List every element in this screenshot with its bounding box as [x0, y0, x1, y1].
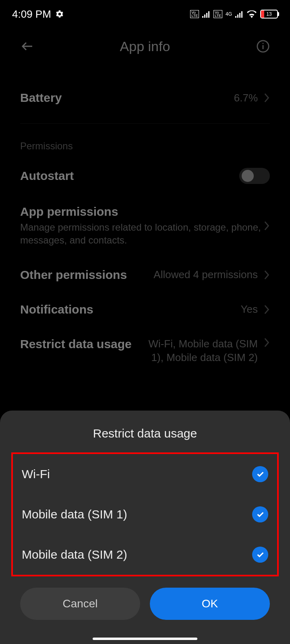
restrict-data-label: Restrict data usage — [20, 337, 145, 351]
svg-rect-2 — [206, 13, 207, 18]
autostart-toggle[interactable] — [239, 168, 270, 184]
wifi-label: Wi-Fi — [22, 467, 50, 481]
restrict-data-sheet: Restrict data usage Wi-Fi Mobile data (S… — [0, 411, 290, 644]
cancel-button[interactable]: Cancel — [20, 588, 140, 620]
highlight-annotation: Wi-Fi Mobile data (SIM 1) Mobile data (S… — [11, 452, 279, 576]
network-label: 4G — [226, 12, 232, 16]
gear-icon — [55, 10, 64, 19]
row-autostart[interactable]: Autostart — [20, 157, 270, 194]
app-permissions-label: App permissions — [20, 205, 263, 219]
notifications-label: Notifications — [20, 303, 241, 316]
signal-icon — [202, 10, 210, 18]
status-time: 4:09 PM — [12, 8, 51, 21]
row-app-permissions[interactable]: App permissions Manage permissions relat… — [20, 194, 270, 258]
section-permissions: Permissions — [20, 132, 270, 157]
option-sim1[interactable]: Mobile data (SIM 1) — [17, 494, 273, 535]
chevron-right-icon — [263, 270, 270, 280]
app-bar: App info — [0, 28, 290, 64]
svg-rect-5 — [237, 14, 238, 18]
wifi-icon — [246, 10, 257, 18]
row-battery[interactable]: Battery 6.7% — [20, 80, 270, 115]
option-wifi[interactable]: Wi-Fi — [17, 454, 273, 494]
sim1-label: Mobile data (SIM 1) — [22, 508, 127, 521]
page-title: App info — [20, 39, 270, 54]
svg-rect-6 — [239, 13, 240, 18]
other-permissions-label: Other permissions — [20, 268, 153, 282]
info-icon[interactable] — [256, 39, 270, 53]
battery-icon: 13 — [260, 10, 278, 19]
row-notifications[interactable]: Notifications Yes — [20, 292, 270, 327]
chevron-right-icon — [263, 93, 270, 103]
chevron-right-icon — [263, 221, 270, 231]
check-icon[interactable] — [252, 466, 268, 482]
svg-point-10 — [263, 43, 264, 44]
app-permissions-sub: Manage permissions related to location, … — [20, 221, 263, 247]
svg-rect-0 — [202, 16, 203, 18]
other-permissions-value: Allowed 4 permissions — [153, 268, 258, 281]
svg-rect-3 — [208, 11, 209, 18]
signal2-icon — [235, 10, 243, 18]
volte2-icon: VoLTE — [213, 10, 222, 18]
sim2-label: Mobile data (SIM 2) — [22, 548, 127, 561]
ok-button[interactable]: OK — [150, 588, 270, 620]
chevron-right-icon — [263, 304, 270, 315]
check-icon[interactable] — [252, 547, 268, 563]
volte-icon: VoLTE — [190, 10, 199, 18]
home-indicator[interactable] — [93, 638, 197, 640]
check-icon[interactable] — [252, 506, 268, 522]
svg-rect-7 — [241, 11, 242, 18]
settings-list: Battery 6.7% Permissions Autostart App p… — [0, 64, 290, 375]
battery-label: Battery — [20, 91, 234, 105]
notifications-value: Yes — [241, 303, 258, 316]
option-sim2[interactable]: Mobile data (SIM 2) — [17, 535, 273, 575]
svg-rect-1 — [204, 14, 205, 18]
autostart-label: Autostart — [20, 169, 239, 183]
battery-value: 6.7% — [234, 92, 258, 104]
divider — [20, 123, 270, 124]
restrict-data-value: Wi-Fi, Mobile data (SIM 1), Mobile data … — [145, 337, 258, 365]
row-restrict-data[interactable]: Restrict data usage Wi-Fi, Mobile data (… — [20, 327, 270, 375]
back-icon[interactable] — [20, 39, 35, 54]
chevron-right-icon — [263, 337, 270, 348]
sheet-title: Restrict data usage — [0, 427, 290, 440]
status-bar: 4:09 PM VoLTE VoLTE 4G 13 — [0, 0, 290, 28]
row-other-permissions[interactable]: Other permissions Allowed 4 permissions — [20, 258, 270, 292]
svg-rect-4 — [235, 16, 236, 18]
